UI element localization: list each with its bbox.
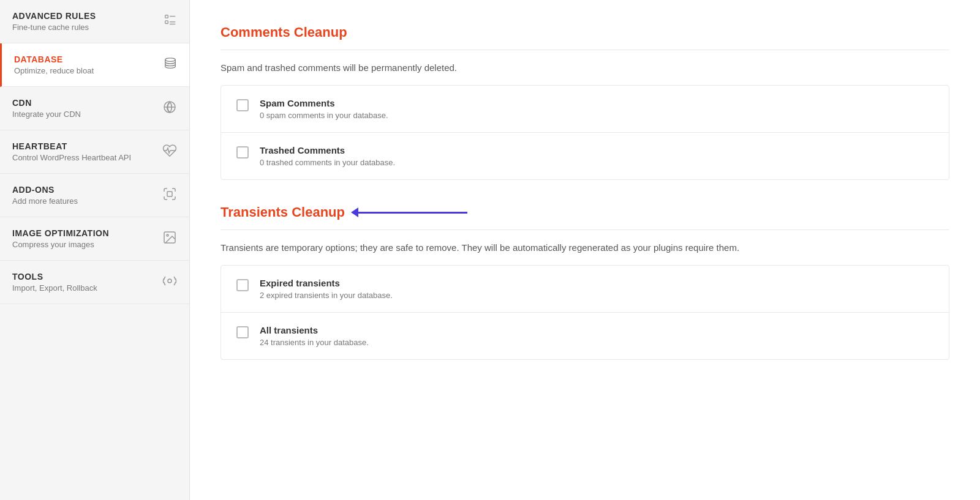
database-icon <box>164 56 177 74</box>
transients-cleanup-description: Transients are temporary options; they a… <box>221 242 949 253</box>
sidebar-item-advanced-rules-title: ADVANCED RULES <box>12 11 96 21</box>
spam-comments-label: Spam Comments <box>260 98 388 108</box>
comments-cleanup-options: Spam Comments 0 spam comments in your da… <box>221 85 949 180</box>
tools-icon <box>162 274 177 291</box>
trashed-comments-row: Trashed Comments 0 trashed comments in y… <box>221 133 949 179</box>
sidebar-item-image-optimization-subtitle: Compress your images <box>12 240 109 249</box>
comments-cleanup-description: Spam and trashed comments will be perman… <box>221 62 949 73</box>
sidebar-item-tools[interactable]: TOOLS Import, Export, Rollback <box>0 261 189 304</box>
advanced-rules-icon <box>164 13 177 30</box>
sidebar-item-database[interactable]: DATABASE Optimize, reduce bloat <box>0 43 189 87</box>
expired-transients-info: 2 expired transients in your database. <box>260 291 393 300</box>
sidebar-item-add-ons[interactable]: ADD-ONS Add more features <box>0 174 189 217</box>
spam-comments-info: 0 spam comments in your database. <box>260 111 388 120</box>
svg-point-5 <box>165 58 176 61</box>
transients-cleanup-header: Transients Cleanup <box>221 204 949 220</box>
sidebar-item-heartbeat-subtitle: Control WordPress Heartbeat API <box>12 153 131 162</box>
trashed-comments-info: 0 trashed comments in your database. <box>260 158 395 167</box>
arrow-line <box>357 212 467 214</box>
sidebar-item-cdn[interactable]: CDN Integrate your CDN <box>0 87 189 130</box>
sidebar-item-tools-subtitle: Import, Export, Rollback <box>12 283 97 293</box>
cdn-icon <box>162 100 177 118</box>
spam-comments-checkbox[interactable] <box>236 99 249 111</box>
sidebar-item-heartbeat[interactable]: HEARTBEAT Control WordPress Heartbeat AP… <box>0 130 189 174</box>
sidebar: ADVANCED RULES Fine-tune cache rules DAT… <box>0 0 190 500</box>
add-ons-icon <box>162 187 177 204</box>
transients-cleanup-section: Transients Cleanup Transients are tempor… <box>221 204 949 360</box>
sidebar-item-cdn-title: CDN <box>12 98 81 108</box>
all-transients-row: All transients 24 transients in your dat… <box>221 313 949 359</box>
transients-cleanup-title: Transients Cleanup <box>221 204 345 220</box>
sidebar-item-cdn-subtitle: Integrate your CDN <box>12 110 81 119</box>
comments-cleanup-section: Comments Cleanup Spam and trashed commen… <box>221 24 949 180</box>
svg-rect-1 <box>165 20 168 23</box>
spam-comments-row: Spam Comments 0 spam comments in your da… <box>221 86 949 133</box>
all-transients-checkbox[interactable] <box>236 326 249 338</box>
heartbeat-icon <box>162 143 177 161</box>
expired-transients-label: Expired transients <box>260 278 393 288</box>
trashed-comments-label: Trashed Comments <box>260 145 395 155</box>
comments-cleanup-title: Comments Cleanup <box>221 24 949 40</box>
sidebar-item-advanced-rules[interactable]: ADVANCED RULES Fine-tune cache rules <box>0 0 189 43</box>
sidebar-item-image-optimization-title: IMAGE OPTIMIZATION <box>12 228 109 238</box>
sidebar-item-image-optimization[interactable]: IMAGE OPTIMIZATION Compress your images <box>0 217 189 261</box>
comments-cleanup-divider <box>221 50 949 50</box>
expired-transients-checkbox[interactable] <box>236 279 249 291</box>
trashed-comments-checkbox[interactable] <box>236 146 249 159</box>
sidebar-item-add-ons-subtitle: Add more features <box>12 196 78 206</box>
svg-point-9 <box>167 234 168 236</box>
sidebar-item-tools-title: TOOLS <box>12 272 97 282</box>
svg-rect-7 <box>167 192 172 196</box>
transients-cleanup-options: Expired transients 2 expired transients … <box>221 265 949 360</box>
sidebar-item-add-ons-title: ADD-ONS <box>12 185 78 195</box>
expired-transients-row: Expired transients 2 expired transients … <box>221 266 949 313</box>
sidebar-item-database-title: DATABASE <box>14 54 94 64</box>
arrow-annotation <box>357 212 467 214</box>
sidebar-item-database-subtitle: Optimize, reduce bloat <box>14 66 94 75</box>
image-optimization-icon <box>162 230 177 248</box>
main-content: Comments Cleanup Spam and trashed commen… <box>190 0 980 500</box>
sidebar-item-advanced-rules-subtitle: Fine-tune cache rules <box>12 23 96 32</box>
all-transients-label: All transients <box>260 325 369 335</box>
all-transients-info: 24 transients in your database. <box>260 338 369 347</box>
svg-rect-0 <box>165 15 168 18</box>
svg-point-10 <box>168 279 172 283</box>
sidebar-item-heartbeat-title: HEARTBEAT <box>12 141 131 151</box>
transients-cleanup-divider <box>221 229 949 230</box>
